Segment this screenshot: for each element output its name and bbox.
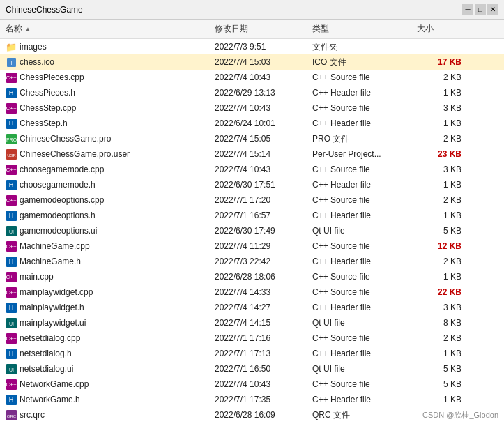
file-name-cell: C++MachineGame.cpp xyxy=(0,240,209,252)
maximize-button[interactable]: □ xyxy=(475,4,486,15)
table-row[interactable]: PROChineseChessGame.pro2022/7/4 15:05PRO… xyxy=(0,131,504,146)
table-row[interactable]: C++NetworkGame.cpp2022/7/4 10:43C++ Sour… xyxy=(0,376,504,392)
file-modified: 2022/6/30 17:49 xyxy=(209,225,307,236)
header-type[interactable]: 类型 xyxy=(307,22,411,36)
file-name-cell: UImainplaywidget.ui xyxy=(0,317,209,329)
table-row[interactable]: HNetworkGame.h2022/7/1 17:35C++ Header f… xyxy=(0,392,504,407)
qrc-icon: QRC xyxy=(6,410,17,420)
file-type: C++ Source file xyxy=(307,271,411,282)
table-row[interactable]: Hchoosegamemode.h2022/6/30 17:51C++ Head… xyxy=(0,177,504,192)
file-name: ChessPieces.h xyxy=(20,88,75,98)
file-icon: C++ xyxy=(6,72,17,83)
header-name[interactable]: 名称 ▲ xyxy=(0,22,209,36)
file-name: ChineseChessGame.pro xyxy=(20,134,111,144)
file-icon: 📁 xyxy=(6,41,17,52)
file-icon: H xyxy=(6,179,17,190)
table-row[interactable]: C++ChessPieces.cpp2022/7/4 10:43C++ Sour… xyxy=(0,70,504,85)
file-name-cell: C++NetworkGame.cpp xyxy=(0,378,209,390)
cpp-icon: C++ xyxy=(6,333,17,344)
file-modified: 2022/6/24 10:01 xyxy=(209,118,307,129)
table-row[interactable]: Ichess.ico2022/7/4 15:03ICO 文件17 KB xyxy=(0,54,504,70)
file-icon: PRO xyxy=(6,133,17,144)
header-modified[interactable]: 修改日期 xyxy=(209,22,307,36)
file-name: src.qrc xyxy=(20,410,45,420)
file-size: 1 KB xyxy=(411,179,467,190)
pro-icon: PRO xyxy=(6,134,17,144)
table-row[interactable]: USRChineseChessGame.pro.user2022/7/4 15:… xyxy=(0,146,504,162)
file-modified: 2022/7/4 15:03 xyxy=(209,56,307,68)
table-row[interactable]: Hnetsetdialog.h2022/7/1 17:13C++ Header … xyxy=(0,346,504,361)
file-icon: C++ xyxy=(6,102,17,114)
file-type: Qt UI file xyxy=(307,225,411,236)
table-row[interactable]: C++choosegamemode.cpp2022/7/4 10:43C++ S… xyxy=(0,162,504,177)
file-size: 22 KB xyxy=(411,287,467,298)
window-title: ChineseChessGame xyxy=(6,5,83,15)
file-name: ChessStep.cpp xyxy=(20,103,76,113)
prouser-icon: USR xyxy=(6,149,17,160)
file-modified: 2022/6/28 16:09 xyxy=(209,409,307,420)
file-size: 2 KB xyxy=(411,133,467,144)
file-size: 2 KB xyxy=(411,195,467,206)
file-modified: 2022/7/3 9:51 xyxy=(209,41,307,52)
file-name-cell: Hmainplaywidget.h xyxy=(0,301,209,314)
file-modified: 2022/6/28 18:06 xyxy=(209,271,307,282)
file-size: 5 KB xyxy=(411,379,467,390)
file-modified: 2022/7/1 17:13 xyxy=(209,348,307,359)
file-type: C++ Header file xyxy=(307,348,411,359)
table-row[interactable]: HChessStep.h2022/6/24 10:01C++ Header fi… xyxy=(0,116,504,131)
table-row[interactable]: UInetsetdialog.ui2022/7/1 16:50Qt UI fil… xyxy=(0,361,504,376)
table-row[interactable]: UImainplaywidget.ui2022/7/4 14:15Qt UI f… xyxy=(0,315,504,330)
file-name-cell: HMachineGame.h xyxy=(0,255,209,268)
file-name: gamemodeoptions.h xyxy=(20,211,96,220)
close-button[interactable]: ✕ xyxy=(487,4,498,15)
ui-icon: UI xyxy=(6,226,17,236)
folder-icon: 📁 xyxy=(6,42,17,52)
file-type: PRO 文件 xyxy=(307,132,411,146)
file-size: 17 KB xyxy=(411,56,467,68)
svg-text:PRO: PRO xyxy=(6,137,17,142)
table-row[interactable]: C++netsetdialog.cpp2022/7/1 17:16C++ Sou… xyxy=(0,330,504,346)
table-row[interactable]: C++ChessStep.cpp2022/7/4 10:43C++ Source… xyxy=(0,100,504,116)
h-icon: H xyxy=(6,88,17,98)
file-modified: 2022/7/3 22:42 xyxy=(209,256,307,267)
table-row[interactable]: Hmainplaywidget.h2022/7/4 14:27C++ Heade… xyxy=(0,300,504,315)
file-modified: 2022/7/4 14:27 xyxy=(209,302,307,313)
table-row[interactable]: C++mainplaywidget.cpp2022/7/4 14:33C++ S… xyxy=(0,284,504,300)
file-size: 5 KB xyxy=(411,225,467,236)
file-type: C++ Source file xyxy=(307,102,411,114)
file-name-cell: C++ChessStep.cpp xyxy=(0,102,209,114)
file-name-cell: C++choosegamemode.cpp xyxy=(0,163,209,176)
file-type: C++ Header file xyxy=(307,87,411,98)
table-row[interactable]: UIgamemodeoptions.ui2022/6/30 17:49Qt UI… xyxy=(0,223,504,238)
file-name-cell: HChessStep.h xyxy=(0,117,209,130)
table-row[interactable]: HChessPieces.h2022/6/29 13:13C++ Header … xyxy=(0,85,504,100)
file-name-cell: HChessPieces.h xyxy=(0,86,209,99)
table-row[interactable]: HMachineGame.h2022/7/3 22:42C++ Header f… xyxy=(0,254,504,269)
file-icon: UI xyxy=(6,225,17,236)
file-size: 1 KB xyxy=(411,394,467,405)
file-name: gamemodeoptions.cpp xyxy=(20,195,104,205)
table-row[interactable]: QRCsrc.qrc2022/6/28 16:09QRC 文件 xyxy=(0,407,504,423)
file-name: choosegamemode.cpp xyxy=(20,165,104,174)
file-icon: H xyxy=(6,394,17,405)
minimize-button[interactable]: ─ xyxy=(462,4,473,15)
file-icon: H xyxy=(6,302,17,313)
header-size[interactable]: 大小 xyxy=(411,22,467,36)
table-row[interactable]: C++gamemodeoptions.cpp2022/7/1 17:20C++ … xyxy=(0,192,504,208)
h-icon: H xyxy=(6,395,17,405)
file-name-cell: 📁images xyxy=(0,40,209,53)
file-modified: 2022/7/1 17:35 xyxy=(209,394,307,405)
file-modified: 2022/7/1 16:57 xyxy=(209,210,307,221)
table-row[interactable]: Hgamemodeoptions.h2022/7/1 16:57C++ Head… xyxy=(0,208,504,223)
table-row[interactable]: 📁images2022/7/3 9:51文件夹 xyxy=(0,39,504,54)
file-name-cell: C++main.cpp xyxy=(0,271,209,283)
table-row[interactable]: C++MachineGame.cpp2022/7/4 11:29C++ Sour… xyxy=(0,238,504,254)
cpp-icon: C++ xyxy=(6,73,17,83)
table-row[interactable]: C++main.cpp2022/6/28 18:06C++ Source fil… xyxy=(0,269,504,284)
sort-icon: ▲ xyxy=(25,26,31,32)
file-type: C++ Source file xyxy=(307,164,411,175)
h-icon: H xyxy=(6,349,17,359)
file-icon: I xyxy=(6,56,17,68)
file-size xyxy=(411,46,467,47)
file-icon: H xyxy=(6,210,17,221)
